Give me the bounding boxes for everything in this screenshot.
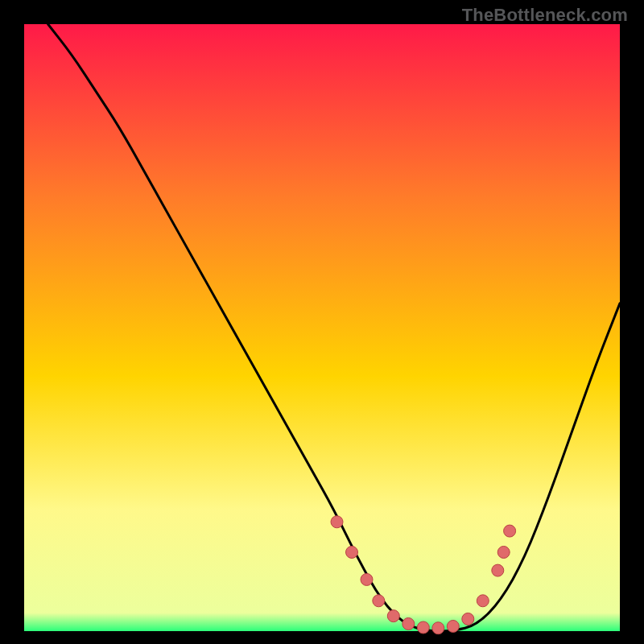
highlight-dot (346, 546, 358, 558)
highlight-dot (361, 573, 373, 585)
highlight-dot (417, 621, 429, 634)
highlight-dot (432, 622, 444, 634)
highlight-dot (477, 595, 489, 607)
highlight-dot (504, 525, 516, 537)
highlight-dot (387, 610, 399, 622)
highlight-dot (462, 613, 474, 625)
highlight-dot (373, 595, 385, 607)
highlight-dot (497, 546, 510, 558)
attribution-text: TheBottleneck.com (462, 5, 628, 26)
highlight-dot (447, 620, 459, 632)
highlight-dot (331, 516, 343, 528)
highlight-dot (492, 564, 504, 576)
highlight-dot (402, 617, 415, 630)
plot-svg (0, 0, 644, 644)
chart-canvas: TheBottleneck.com (0, 0, 644, 644)
